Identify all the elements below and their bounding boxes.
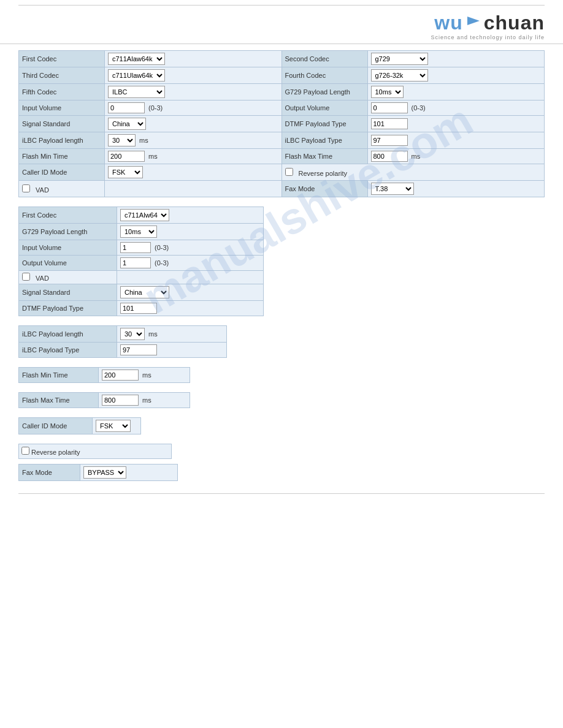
main-content: First Codec c711Alaw64k c711Ulaw64k g729…	[0, 50, 563, 481]
table-row: First Codec c711Alaw64k c711Ulaw64k g729…	[19, 51, 545, 67]
third-codec-select[interactable]: c711Alaw64k c711Ulaw64k g729 g726-32k	[108, 69, 165, 82]
signal-standard-label: Signal Standard	[19, 116, 105, 132]
dtmf-payload-value[interactable]	[367, 116, 545, 132]
input-volume-input[interactable]	[108, 102, 145, 113]
flash-min-table: Flash Min Time ms	[18, 367, 190, 383]
p1-dtmf-value[interactable]	[117, 301, 264, 316]
p1-first-codec-select[interactable]: c711Alw64k c711Ulaw64k g729	[120, 209, 169, 221]
caller-id-value[interactable]: FSK DTMF	[105, 164, 282, 181]
fax-mode-select[interactable]: T.38 BYPASS G711	[371, 183, 414, 195]
p-ilbc-length-select[interactable]: 20 30	[120, 328, 145, 340]
table-row: Fax Mode BYPASS T.38 G711	[19, 464, 178, 481]
ilbc-type-input[interactable]	[371, 135, 408, 146]
p1-output-vol-label: Output Volume	[19, 256, 117, 271]
svg-marker-0	[467, 17, 480, 25]
p1-g729-select[interactable]: 10ms 20ms 30ms	[120, 226, 157, 238]
p1-dtmf-label: DTMF Payload Type	[19, 301, 117, 316]
reverse-polarity-cell[interactable]: Reverse polarity	[282, 164, 545, 181]
fax-mode-value[interactable]: T.38 BYPASS G711	[367, 181, 545, 197]
vad-label: VAD	[36, 186, 49, 194]
output-volume-range: (0-3)	[412, 104, 426, 112]
table-row: DTMF Payload Type	[19, 301, 264, 316]
table-row: iLBC Payload length 20 30 ms iLBC Payloa…	[19, 132, 545, 149]
g729-payload-select[interactable]: 10ms 20ms 30ms	[371, 86, 404, 98]
p-ilbc-type-input[interactable]	[120, 344, 157, 355]
third-codec-value[interactable]: c711Alaw64k c711Ulaw64k g729 g726-32k	[105, 67, 282, 84]
flash-max-input[interactable]	[371, 151, 408, 162]
fourth-codec-value[interactable]: g729 g726-32k c711Alaw64k c711Ulaw64k	[367, 67, 545, 84]
table-row: iLBC Payload length 20 30 ms	[19, 326, 227, 343]
p-flash-max-value[interactable]: ms	[99, 393, 190, 408]
main-config-table: First Codec c711Alaw64k c711Ulaw64k g729…	[18, 50, 545, 197]
ilbc-length-value[interactable]: 20 30 ms	[105, 132, 282, 149]
p1-first-codec-label: First Codec	[19, 207, 117, 224]
p1-signal-label: Signal Standard	[19, 284, 117, 301]
header: wu chuan Science and technology into dai…	[0, 6, 563, 44]
p-flash-min-label: Flash Min Time	[19, 368, 99, 383]
p1-dtmf-input[interactable]	[120, 303, 157, 314]
p1-first-codec-value[interactable]: c711Alw64k c711Ulaw64k g729	[117, 207, 264, 224]
fifth-codec-value[interactable]: ILBC c711Alaw64k c711Ulaw64k g729	[105, 84, 282, 100]
vad-empty	[105, 181, 282, 197]
ilbc-length-select[interactable]: 20 30	[108, 134, 136, 146]
p1-output-vol-value[interactable]: (0-3)	[117, 256, 264, 271]
reverse-polarity-checkbox[interactable]	[285, 168, 293, 176]
table-row: First Codec c711Alw64k c711Ulaw64k g729	[19, 207, 264, 224]
p-reverse-polarity-label: Reverse polarity	[31, 449, 80, 456]
p1-vad-cell[interactable]: VAD	[19, 271, 117, 284]
p-ilbc-length-unit: ms	[148, 330, 158, 338]
p1-vad-checkbox[interactable]	[22, 273, 30, 281]
p-fax-mode-value[interactable]: BYPASS T.38 G711	[80, 464, 178, 481]
caller-id-table: Caller ID Mode FSK DTMF	[18, 417, 141, 434]
p-caller-id-select[interactable]: FSK DTMF	[96, 420, 131, 432]
signal-standard-value[interactable]: China USA Europe	[105, 116, 282, 132]
flash-max-unit: ms	[412, 153, 421, 160]
fifth-codec-select[interactable]: ILBC c711Alaw64k c711Ulaw64k g729	[108, 86, 165, 98]
p1-input-vol-input[interactable]	[120, 242, 151, 253]
p-flash-max-unit: ms	[142, 396, 151, 404]
signal-standard-select[interactable]: China USA Europe	[108, 118, 146, 130]
p-flash-max-input[interactable]	[102, 395, 139, 406]
reverse-polarity-label: Reverse polarity	[299, 170, 347, 177]
logo-tagline: Science and technology into daily life	[431, 34, 545, 40]
flash-min-value[interactable]: ms	[105, 149, 282, 164]
table-row: Input Volume (0-3) Output Volume (0-3)	[19, 100, 545, 116]
second-codec-value[interactable]: g729 g726-32k c711Alaw64k c711Ulaw64k	[367, 51, 545, 67]
flash-min-label: Flash Min Time	[19, 149, 105, 164]
output-volume-input[interactable]	[371, 102, 408, 113]
dtmf-payload-input[interactable]	[371, 118, 408, 129]
p1-output-vol-input[interactable]	[120, 257, 151, 268]
p-reverse-polarity-checkbox[interactable]	[21, 447, 29, 455]
p-fax-mode-select[interactable]: BYPASS T.38 G711	[83, 466, 126, 479]
p-ilbc-length-value[interactable]: 20 30 ms	[117, 326, 227, 343]
input-volume-value[interactable]: (0-3)	[105, 100, 282, 116]
ilbc-length-label: iLBC Payload length	[19, 132, 105, 149]
vad-checkbox[interactable]	[22, 184, 30, 192]
p-ilbc-type-value[interactable]	[117, 343, 227, 358]
table-row: Signal Standard China USA Europe DTMF Pa…	[19, 116, 545, 132]
p1-input-vol-value[interactable]: (0-3)	[117, 240, 264, 256]
g729-payload-value[interactable]: 10ms 20ms 30ms	[367, 84, 545, 100]
p1-signal-value[interactable]: China USA Europe	[117, 284, 264, 301]
logo-chuan: chuan	[484, 12, 545, 34]
flash-min-input[interactable]	[108, 151, 145, 162]
p1-signal-select[interactable]: China USA Europe	[120, 286, 169, 298]
first-codec-label: First Codec	[19, 51, 105, 67]
p-flash-min-value[interactable]: ms	[99, 368, 190, 383]
ilbc-type-value[interactable]	[367, 132, 545, 149]
table-row: Flash Max Time ms	[19, 393, 190, 408]
caller-id-select[interactable]: FSK DTMF	[108, 166, 143, 178]
vad-cell[interactable]: VAD	[19, 181, 105, 197]
first-codec-value[interactable]: c711Alaw64k c711Ulaw64k g729 g726-32k IL…	[105, 51, 282, 67]
flash-max-value[interactable]: ms	[367, 149, 545, 164]
fourth-codec-select[interactable]: g729 g726-32k c711Alaw64k c711Ulaw64k	[371, 69, 428, 82]
second-codec-select[interactable]: g729 g726-32k c711Alaw64k c711Ulaw64k	[371, 53, 428, 65]
first-codec-select[interactable]: c711Alaw64k c711Ulaw64k g729 g726-32k IL…	[108, 53, 165, 65]
logo-arrow-icon	[464, 12, 483, 34]
p1-g729-value[interactable]: 10ms 20ms 30ms	[117, 224, 264, 240]
output-volume-value[interactable]: (0-3)	[367, 100, 545, 116]
p-flash-min-input[interactable]	[102, 370, 139, 381]
fax-mode-table: Fax Mode BYPASS T.38 G711	[18, 464, 178, 481]
p-caller-id-value[interactable]: FSK DTMF	[93, 418, 141, 434]
p1-vad-label: VAD	[36, 275, 49, 282]
